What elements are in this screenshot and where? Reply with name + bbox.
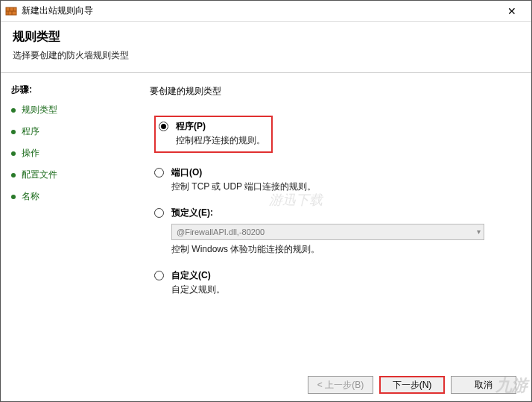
radio-predefined[interactable]	[154, 208, 164, 218]
bullet-icon	[11, 173, 16, 178]
combo-value: @FirewallAPI.dll,-80200	[177, 227, 265, 236]
bullet-icon	[11, 108, 16, 113]
bullet-icon	[11, 130, 16, 134]
option-program-label: 程序(P)	[176, 120, 265, 133]
step-profile[interactable]: 配置文件	[11, 169, 127, 181]
step-program[interactable]: 程序	[11, 125, 127, 138]
button-bar: < 上一步(B) 下一步(N) 取消	[1, 368, 531, 401]
option-predefined[interactable]: 预定义(E): @FirewallAPI.dll,-80200 ▾ 控制 Win…	[154, 207, 509, 256]
steps-sidebar: 步骤: 规则类型 程序 操作 配置文件 名称	[1, 73, 135, 374]
radio-program[interactable]	[159, 122, 168, 131]
step-action[interactable]: 操作	[11, 147, 127, 160]
option-custom-desc: 自定义规则。	[171, 283, 509, 296]
option-port-desc: 控制 TCP 或 UDP 端口连接的规则。	[171, 180, 509, 193]
page-title: 规则类型	[13, 29, 519, 45]
page-subtitle: 选择要创建的防火墙规则类型	[13, 49, 519, 62]
close-button[interactable]: ✕	[497, 1, 527, 21]
option-program[interactable]: 程序(P) 控制程序连接的规则。	[159, 120, 265, 147]
window-title: 新建出站规则向导	[22, 4, 497, 17]
wizard-header: 规则类型 选择要创建的防火墙规则类型	[1, 22, 531, 73]
option-predefined-desc: 控制 Windows 体验功能连接的规则。	[171, 243, 509, 256]
content-pane: 要创建的规则类型 程序(P) 控制程序连接的规则。 端口(O)	[135, 73, 531, 374]
bullet-icon	[11, 195, 16, 199]
radio-port[interactable]	[154, 168, 164, 178]
wizard-window: 新建出站规则向导 ✕ 规则类型 选择要创建的防火墙规则类型 步骤: 规则类型 程…	[0, 0, 532, 402]
bullet-icon	[11, 151, 16, 156]
option-port[interactable]: 端口(O) 控制 TCP 或 UDP 端口连接的规则。	[154, 166, 509, 193]
firewall-icon	[5, 5, 17, 17]
next-button[interactable]: 下一步(N)	[379, 376, 445, 394]
option-custom-label: 自定义(C)	[171, 269, 509, 282]
option-port-label: 端口(O)	[171, 166, 509, 179]
question-label: 要创建的规则类型	[150, 85, 509, 98]
option-custom[interactable]: 自定义(C) 自定义规则。	[154, 269, 509, 296]
options-group: 程序(P) 控制程序连接的规则。 端口(O) 控制 TCP 或 UDP 端口连接…	[154, 116, 509, 296]
predefined-combo[interactable]: @FirewallAPI.dll,-80200 ▾	[171, 224, 484, 240]
option-predefined-label: 预定义(E):	[171, 207, 509, 219]
back-button[interactable]: < 上一步(B)	[308, 376, 373, 394]
titlebar: 新建出站规则向导 ✕	[1, 1, 531, 22]
highlight-box: 程序(P) 控制程序连接的规则。	[154, 116, 273, 153]
watermark-corner: 九游	[495, 374, 527, 397]
radio-custom[interactable]	[154, 271, 164, 280]
step-rule-type[interactable]: 规则类型	[11, 104, 127, 116]
step-name[interactable]: 名称	[11, 190, 127, 203]
wizard-body: 步骤: 规则类型 程序 操作 配置文件 名称 要创建的规则类型 程序(P) 控制…	[1, 73, 531, 374]
option-program-desc: 控制程序连接的规则。	[176, 134, 265, 147]
steps-heading: 步骤:	[11, 84, 127, 96]
chevron-down-icon: ▾	[477, 227, 481, 236]
